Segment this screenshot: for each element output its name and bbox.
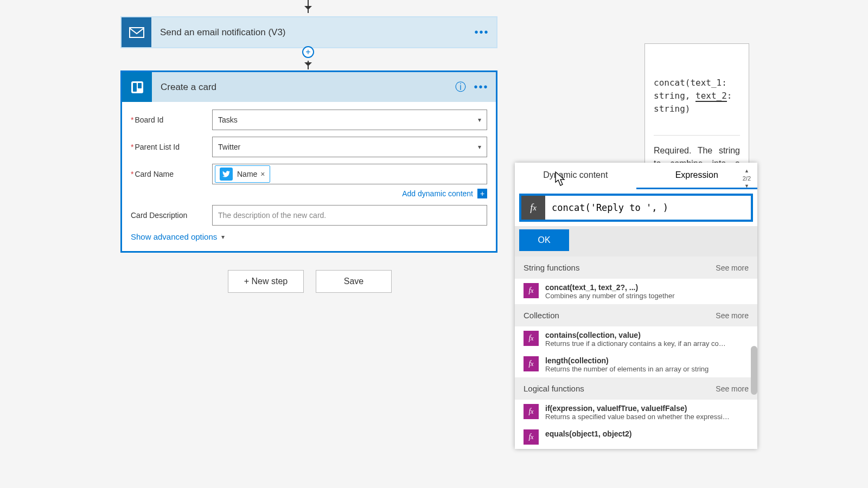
fx-icon: fx	[524, 283, 539, 298]
fx-icon: fx	[521, 196, 545, 220]
label-card-name: *Card Name	[131, 170, 212, 178]
function-item[interactable]: fxlength(collection)Returns the number o…	[515, 352, 757, 377]
step-header[interactable]: Create a card ⓘ •••	[122, 72, 496, 102]
more-menu-icon[interactable]: •••	[474, 24, 490, 41]
see-more-link[interactable]: See more	[716, 264, 749, 272]
plus-icon: +	[477, 189, 487, 198]
save-button[interactable]: Save	[316, 270, 392, 293]
function-item[interactable]: fxcontains(collection, value)Returns tru…	[515, 326, 757, 352]
tab-expression[interactable]: Expression	[636, 163, 758, 189]
step-title: Create a card	[152, 82, 448, 93]
select-parent-list[interactable]: Twitter ▾	[212, 137, 487, 157]
new-step-button[interactable]: + New step	[228, 270, 304, 293]
svg-rect-3	[138, 83, 142, 88]
step-send-email[interactable]: Send an email notification (V3) •••	[120, 16, 497, 48]
label-card-description: Card Description	[131, 211, 212, 220]
select-board-id[interactable]: Tasks ▾	[212, 110, 487, 130]
chevron-down-icon: ▾	[221, 233, 225, 241]
fx-icon: fx	[524, 331, 539, 346]
see-more-link[interactable]: See more	[716, 311, 749, 320]
function-item[interactable]: fxconcat(text_1, text_2?, ...)Combines a…	[515, 279, 757, 304]
function-category: String functionsSee more	[515, 256, 757, 279]
flow-arrow	[308, 61, 309, 69]
chevron-down-icon: ▾	[478, 116, 481, 124]
add-dynamic-content-link[interactable]: Add dynamic content +	[131, 189, 487, 198]
more-menu-icon[interactable]: •••	[473, 79, 489, 95]
expression-input[interactable]	[545, 202, 751, 213]
scrollbar[interactable]	[751, 346, 757, 395]
mail-icon	[122, 17, 151, 47]
dynamic-token-name[interactable]: Name ×	[215, 165, 270, 183]
see-more-link[interactable]: See more	[716, 384, 749, 393]
function-item[interactable]: fxif(expression, valueIfTrue, valueIfFal…	[515, 400, 757, 425]
function-item[interactable]: fxequals(object1, object2)	[515, 425, 757, 449]
pager[interactable]: ▲ 2/2 ▼	[743, 168, 751, 189]
chevron-down-icon: ▼	[744, 183, 749, 189]
remove-token-icon[interactable]: ×	[260, 170, 265, 178]
add-connector-button[interactable]: +	[302, 46, 314, 58]
fx-icon: fx	[524, 356, 539, 371]
flow-arrow	[308, 0, 309, 13]
fx-icon: fx	[524, 429, 539, 445]
step-create-card: Create a card ⓘ ••• *Board Id Tasks ▾ *P…	[120, 70, 497, 253]
chevron-down-icon: ▾	[478, 143, 481, 151]
twitter-icon	[220, 168, 233, 181]
trello-icon	[122, 72, 152, 102]
chevron-up-icon: ▲	[744, 168, 749, 174]
input-card-name[interactable]: Name ×	[212, 164, 487, 184]
svg-rect-0	[130, 28, 144, 37]
step-title: Send an email notification (V3)	[151, 27, 469, 38]
expression-picker-panel: Dynamic content Expression ▲ 2/2 ▼ fx OK…	[515, 163, 757, 449]
info-icon[interactable]: ⓘ	[452, 79, 469, 95]
fx-icon: fx	[524, 404, 539, 419]
function-category: Logical functionsSee more	[515, 377, 757, 400]
tab-dynamic-content[interactable]: Dynamic content	[515, 163, 636, 189]
svg-rect-2	[133, 83, 137, 92]
label-board-id: *Board Id	[131, 115, 212, 124]
input-card-description[interactable]: The description of the new card.	[212, 205, 487, 226]
label-parent-list: *Parent List Id	[131, 143, 212, 151]
function-category: CollectionSee more	[515, 304, 757, 326]
show-advanced-toggle[interactable]: Show advanced options ▾	[131, 232, 487, 241]
ok-button[interactable]: OK	[519, 229, 569, 251]
